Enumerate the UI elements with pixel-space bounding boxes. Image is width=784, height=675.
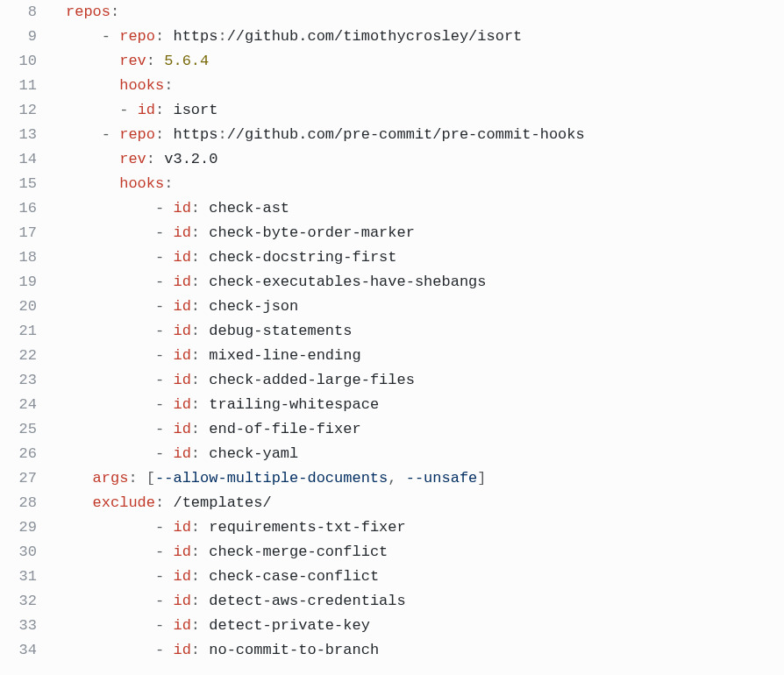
line-number: 15	[0, 172, 37, 196]
token-num: 5.6.4	[164, 53, 209, 69]
code-content: repos: - repo: https://github.com/timoth…	[49, 0, 784, 663]
token-dash: -	[155, 396, 173, 413]
token-key: exclude	[93, 494, 155, 511]
line-number: 19	[0, 270, 37, 295]
token-dash: -	[155, 642, 173, 658]
code-line: - id: check-executables-have-shebangs	[66, 270, 784, 295]
token-dash: -	[102, 28, 119, 45]
code-line: - repo: https://github.com/timothycrosle…	[66, 25, 784, 49]
token-key: id	[173, 323, 190, 339]
code-line: - id: end-of-file-fixer	[66, 417, 784, 442]
token-dash: -	[155, 593, 173, 609]
token-arg: --allow-multiple-documents	[155, 470, 388, 487]
code-line: - id: check-merge-conflict	[66, 540, 784, 565]
token-punc: :	[155, 102, 173, 118]
token-key: repo	[119, 28, 155, 45]
token-key: repo	[119, 126, 155, 143]
token-punc: ]	[477, 470, 486, 487]
line-number: 30	[0, 540, 37, 565]
token-str: debug-statements	[209, 323, 352, 339]
token-dash: -	[155, 372, 173, 388]
code-line: args: [--allow-multiple-documents, --uns…	[66, 466, 784, 491]
line-number: 27	[0, 466, 37, 491]
line-number: 25	[0, 417, 37, 442]
token-punc: :	[191, 274, 209, 290]
token-dash: -	[155, 323, 173, 339]
token-dash: -	[119, 102, 137, 118]
token-punc: :	[191, 568, 209, 585]
token-str: no-commit-to-branch	[209, 642, 379, 658]
token-punc: :	[110, 4, 119, 20]
token-key: id	[173, 200, 190, 217]
token-key: repos	[66, 4, 110, 20]
token-punc: :	[191, 593, 209, 609]
line-number: 18	[0, 245, 37, 270]
token-str: //github.com/pre-commit/pre-commit-hooks	[227, 126, 585, 143]
token-str: detect-aws-credentials	[209, 593, 405, 609]
token-key: id	[173, 421, 190, 437]
token-str: trailing-whitespace	[209, 396, 379, 413]
token-punc: :	[191, 421, 209, 437]
token-punc: :	[155, 494, 173, 511]
token-dash: -	[102, 126, 119, 143]
code-line: hooks:	[66, 172, 784, 196]
token-punc: :	[191, 323, 209, 339]
line-number: 13	[0, 123, 37, 147]
code-line: rev: v3.2.0	[66, 147, 784, 172]
token-key: id	[173, 347, 190, 364]
token-punc: :	[217, 126, 226, 143]
token-str: isort	[173, 102, 217, 118]
line-number: 26	[0, 442, 37, 466]
line-number: 20	[0, 295, 37, 319]
token-str: detect-private-key	[209, 617, 370, 634]
token-key: id	[173, 372, 190, 388]
token-key: hooks	[119, 77, 164, 94]
token-key: id	[173, 642, 190, 658]
line-number: 34	[0, 638, 37, 663]
code-line: - id: check-ast	[66, 196, 784, 221]
token-punc: :	[191, 249, 209, 266]
token-punc: :	[191, 347, 209, 364]
token-key: id	[173, 396, 190, 413]
token-str: v3.2.0	[164, 151, 217, 167]
token-dash: -	[155, 347, 173, 364]
token-key: id	[173, 249, 190, 266]
token-str: https	[173, 126, 217, 143]
token-str: check-ast	[209, 200, 289, 217]
token-punc: :	[155, 126, 173, 143]
line-number-gutter: 8910111213141516171819202122232425262728…	[0, 0, 49, 663]
token-punc: :	[164, 77, 173, 94]
line-number: 29	[0, 515, 37, 540]
token-str: check-byte-order-marker	[209, 224, 415, 241]
token-key: rev	[119, 53, 146, 69]
code-line: hooks:	[66, 74, 784, 98]
code-line: - id: check-added-large-files	[66, 368, 784, 393]
token-str: check-executables-have-shebangs	[209, 274, 486, 290]
token-dash: -	[155, 568, 173, 585]
token-dash: -	[155, 224, 173, 241]
token-arg: --unsafe	[406, 470, 478, 487]
token-str: check-added-large-files	[209, 372, 415, 388]
code-line: repos:	[66, 0, 784, 25]
code-line: - id: detect-aws-credentials	[66, 589, 784, 614]
code-line: - id: check-case-conflict	[66, 565, 784, 589]
token-dash: -	[155, 421, 173, 437]
token-dash: -	[155, 544, 173, 560]
line-number: 24	[0, 393, 37, 417]
token-str: check-yaml	[209, 445, 298, 462]
code-line: rev: 5.6.4	[66, 49, 784, 74]
line-number: 32	[0, 589, 37, 614]
token-key: rev	[119, 151, 146, 167]
token-punc: :	[191, 396, 209, 413]
code-line: - id: check-byte-order-marker	[66, 221, 784, 245]
line-number: 21	[0, 319, 37, 344]
code-line: - id: trailing-whitespace	[66, 393, 784, 417]
code-line: - id: detect-private-key	[66, 614, 784, 638]
token-str: check-case-conflict	[209, 568, 379, 585]
code-line: - id: no-commit-to-branch	[66, 638, 784, 663]
code-line: - id: check-yaml	[66, 442, 784, 466]
code-line: - id: check-docstring-first	[66, 245, 784, 270]
line-number: 28	[0, 491, 37, 515]
line-number: 9	[0, 25, 37, 49]
token-key: id	[173, 617, 190, 634]
